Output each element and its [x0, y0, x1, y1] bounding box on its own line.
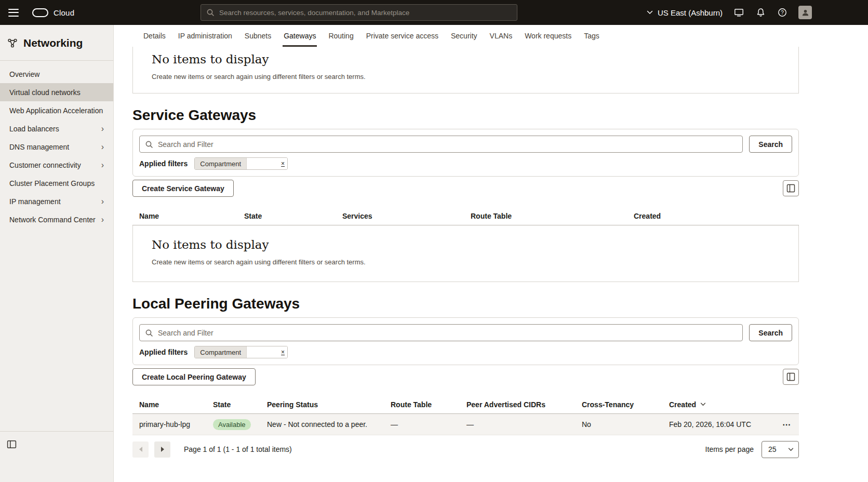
tab-gateways[interactable]: Gateways	[277, 25, 322, 47]
empty-state-subtitle: Create new items or search again using d…	[152, 258, 780, 266]
chevron-right-icon: ›	[101, 197, 104, 206]
column-header[interactable]: Route Table	[471, 212, 634, 220]
status-badge: Available	[213, 419, 251, 430]
cloud-shell-button[interactable]	[733, 7, 745, 18]
collapse-sidebar-button[interactable]	[7, 439, 17, 451]
empty-state-subtitle: Create new items or search again using d…	[152, 73, 780, 81]
person-icon	[802, 9, 809, 17]
tab-ip-administration[interactable]: IP administration	[172, 25, 238, 47]
cell-name: primary-hub-lpg	[139, 420, 213, 429]
tab-vlans[interactable]: VLANs	[484, 25, 519, 47]
sidebar-header: Networking	[0, 25, 113, 61]
sidebar-item-cluster-placement-groups[interactable]: Cluster Placement Groups	[0, 174, 113, 192]
hamburger-menu-button[interactable]	[8, 9, 19, 17]
cell-peer-advertised-cidrs: —	[466, 420, 582, 429]
user-menu-button[interactable]	[798, 6, 812, 19]
local-peering-gateways-search-input[interactable]	[139, 324, 743, 341]
help-button[interactable]: ?	[777, 7, 788, 18]
create-service-gateway-button[interactable]: Create Service Gateway	[132, 180, 234, 197]
empty-state-title: No items to display	[152, 52, 780, 66]
service-gateways-title: Service Gateways	[132, 107, 868, 124]
applied-filters-label: Applied filters	[139, 159, 188, 168]
cell-peering-status: New - Not connected to a peer.	[267, 420, 391, 429]
chevron-right-icon: ›	[101, 125, 104, 133]
tab-details[interactable]: Details	[137, 25, 172, 47]
filter-chip-value	[246, 158, 278, 169]
tab-tags[interactable]: Tags	[578, 25, 606, 47]
items-per-page-select[interactable]: 25	[762, 441, 799, 458]
tab-work-requests[interactable]: Work requests	[518, 25, 578, 47]
empty-state-title: No items to display	[152, 238, 780, 251]
cell-state: Available	[213, 419, 267, 430]
previous-page-button[interactable]	[132, 441, 149, 458]
sidebar-item-label: DNS management	[9, 143, 69, 151]
sidebar-item-dns-management[interactable]: DNS management›	[0, 138, 113, 156]
row-actions-icon[interactable]: ⋯	[782, 420, 792, 430]
filter-chip-label: Compartment	[195, 346, 246, 358]
service-gateways-search-field[interactable]	[158, 140, 737, 149]
sort-chevron-down-icon	[700, 403, 706, 406]
search-icon	[145, 140, 153, 149]
next-page-button[interactable]	[154, 441, 170, 458]
main-content: Details IP administration Subnets Gatewa…	[114, 25, 868, 482]
local-peering-gateways-search-field[interactable]	[158, 329, 737, 337]
topbar-right-cluster: US East (Ashburn) ?	[647, 0, 812, 25]
column-header-sorted[interactable]: Created	[669, 400, 792, 409]
tab-subnets[interactable]: Subnets	[238, 25, 277, 47]
sidebar-item-label: Web Application Acceleration	[9, 106, 103, 115]
local-peering-gateways-search-button[interactable]: Search	[749, 324, 792, 341]
collapse-panel-icon	[7, 439, 17, 449]
column-header[interactable]: Name	[139, 400, 213, 409]
column-header[interactable]: Peer Advertised CIDRs	[466, 400, 582, 409]
sidebar-item-network-command-center[interactable]: Network Command Center›	[0, 210, 113, 229]
service-gateways-empty-state: No items to display Create new items or …	[132, 225, 799, 282]
sidebar-item-label: Overview	[9, 70, 39, 78]
networking-icon	[7, 38, 18, 48]
sidebar-item-web-application-acceleration[interactable]: Web Application Acceleration	[0, 101, 113, 119]
compartment-filter-chip: Compartment ×	[194, 346, 288, 358]
chevron-right-icon: ›	[101, 216, 104, 224]
column-header[interactable]: State	[213, 400, 267, 409]
notifications-button[interactable]	[755, 7, 766, 18]
items-per-page-label: Items per page	[705, 445, 754, 453]
sidebar-item-overview[interactable]: Overview	[0, 65, 113, 83]
service-gateways-filter-card: Search Applied filters Compartment ×	[132, 129, 799, 177]
column-header[interactable]: Name	[139, 212, 244, 220]
create-local-peering-gateway-button[interactable]: Create Local Peering Gateway	[132, 368, 256, 385]
global-search-field[interactable]	[219, 9, 512, 17]
service-gateways-table: Name State Services Route Table Created …	[132, 207, 799, 282]
gateways-content: No items to display Create new items or …	[114, 47, 868, 458]
column-header[interactable]: Services	[342, 212, 471, 220]
remove-filter-icon[interactable]: ×	[278, 158, 287, 169]
service-gateways-table-settings-button[interactable]	[783, 180, 799, 196]
sidebar: Networking Overview Virtual cloud networ…	[0, 25, 114, 482]
column-header[interactable]: State	[244, 212, 342, 220]
global-search-input[interactable]	[201, 4, 517, 21]
region-label: US East (Ashburn)	[658, 8, 723, 17]
brand-label: Cloud	[54, 8, 74, 17]
region-selector[interactable]: US East (Ashburn)	[647, 8, 723, 17]
service-gateways-search-input[interactable]	[139, 136, 743, 153]
compartment-filter-chip: Compartment ×	[194, 157, 288, 170]
column-header[interactable]: Cross-Tenancy	[582, 400, 669, 409]
tab-routing[interactable]: Routing	[322, 25, 359, 47]
tab-private-service-access[interactable]: Private service access	[360, 25, 445, 47]
local-peering-gateways-table-settings-button[interactable]	[783, 369, 799, 385]
column-header[interactable]: Peering Status	[267, 400, 391, 409]
service-gateways-actions: Create Service Gateway	[132, 180, 799, 197]
service-gateways-search-button[interactable]: Search	[749, 136, 792, 153]
sidebar-item-ip-management[interactable]: IP management›	[0, 192, 113, 210]
oracle-logo-icon	[32, 8, 48, 17]
table-row[interactable]: primary-hub-lpg Available New - Not conn…	[132, 414, 799, 435]
sidebar-item-load-balancers[interactable]: Load balancers›	[0, 119, 113, 138]
sidebar-item-virtual-cloud-networks[interactable]: Virtual cloud networks	[0, 83, 113, 101]
remove-filter-icon[interactable]: ×	[278, 346, 287, 358]
chevron-down-icon	[647, 10, 653, 15]
column-header[interactable]: Created	[634, 212, 792, 220]
sidebar-item-customer-connectivity[interactable]: Customer connectivity›	[0, 156, 113, 174]
sidebar-nav: Overview Virtual cloud networks Web Appl…	[0, 61, 113, 229]
sidebar-title: Networking	[23, 37, 83, 49]
column-header[interactable]: Route Table	[391, 400, 466, 409]
local-peering-gateways-actions: Create Local Peering Gateway	[132, 368, 799, 385]
tab-security[interactable]: Security	[445, 25, 484, 47]
